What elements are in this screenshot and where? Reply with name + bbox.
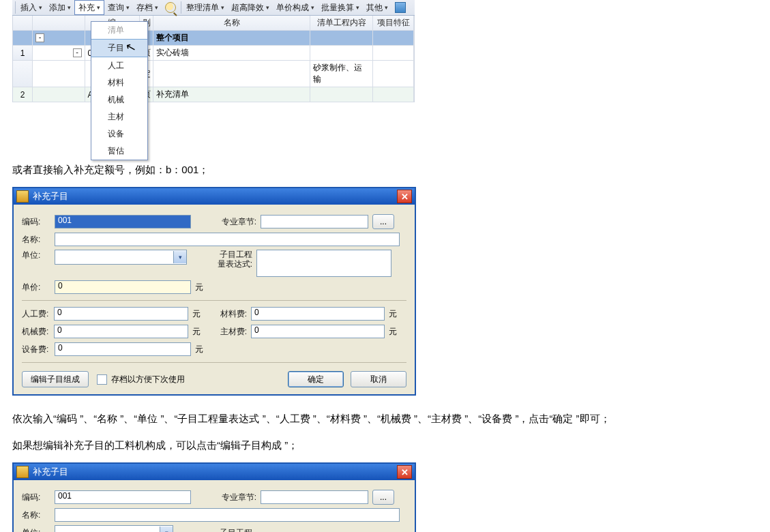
chevron-down-icon: ▾ [356, 4, 359, 11]
tb-tool[interactable] [391, 1, 409, 14]
tb-insert[interactable]: 插入▾ [17, 1, 46, 14]
label-expr: 子目工程量表达式: [214, 250, 256, 269]
col-feature: 项目特征 [373, 16, 414, 30]
separator [22, 300, 406, 301]
input-machine[interactable]: 0 [54, 325, 188, 338]
chevron-down-icon: ▾ [311, 4, 314, 11]
titlebar[interactable]: 补充子目 ✕ [14, 188, 415, 205]
tb-other[interactable]: 其他▾ [363, 1, 391, 14]
titlebar[interactable]: 补充子目 ✕ [14, 464, 415, 480]
dd-item-shebei[interactable]: 设备 [91, 125, 147, 143]
label-code: 编码: [22, 492, 55, 503]
tb-batch[interactable]: 批量换算▾ [318, 1, 363, 14]
chevron-down-icon: ▾ [155, 4, 158, 11]
label-unit: 单位: [22, 250, 55, 261]
ok-button[interactable]: 确定 [288, 371, 344, 387]
form-body: 编码: 001 专业章节: ... 名称: 单位: ▾ 子目工程 [14, 480, 415, 532]
label-material: 材料费: [209, 308, 251, 320]
tb-supplement[interactable]: 补充▾ [74, 0, 104, 15]
input-equip[interactable]: 0 [55, 342, 191, 356]
tb-add[interactable]: 添加▾ [46, 1, 74, 14]
chevron-down-icon: ▾ [221, 4, 224, 11]
supplement-dropdown: 清单 子目 人工 材料 机械 主材 设备 暂估 [91, 21, 148, 160]
chevron-down-icon[interactable]: ▾ [160, 527, 173, 532]
chevron-down-icon: ▾ [97, 4, 100, 11]
tb-archive[interactable]: 存档▾ [133, 1, 162, 14]
label-name: 名称: [22, 234, 55, 246]
table-row[interactable]: 2 AB001 页 补充清单 [13, 87, 414, 102]
paragraph-3: 如果想编辑补充子目的工料机构成，可以点击“编辑子目构成 ”； [12, 436, 758, 454]
tb-organize[interactable]: 整理清单▾ [183, 1, 228, 14]
dd-item-rengong[interactable]: 人工 [91, 57, 147, 74]
form-body: 编码: 001 专业章节: ... 名称: 单位: ▾ 子目工程量表达式: 单价… [14, 205, 415, 394]
chevron-down-icon: ▾ [39, 4, 42, 11]
save-archive-label: 存档以方便下次使用 [111, 374, 185, 385]
input-name[interactable] [55, 508, 400, 522]
dd-item-jixie[interactable]: 机械 [91, 91, 147, 108]
tool-icon [395, 2, 406, 13]
tb-high[interactable]: 超高降效▾ [228, 1, 273, 14]
label-price: 单价: [22, 282, 55, 293]
col-content: 清单工程内容 [310, 16, 373, 30]
input-material[interactable]: 0 [251, 307, 385, 321]
dialog-supplement-item-1: 补充子目 ✕ 编码: 001 专业章节: ... 名称: 单位: ▾ 子目工程量… [12, 187, 416, 396]
table-row[interactable]: - 整个项目 [13, 31, 414, 46]
input-section[interactable] [261, 215, 368, 228]
dd-item-zangu[interactable]: 暂估 [91, 143, 147, 160]
chevron-down-icon[interactable]: ▾ [173, 251, 186, 263]
app-icon [16, 190, 29, 203]
chevron-down-icon: ▾ [68, 4, 71, 11]
input-main[interactable]: 0 [251, 325, 385, 338]
paragraph-2: 依次输入“编码 ”、“名称 ”、“单位 ”、“子目工程量表达式 ”、“人工费 ”… [12, 409, 758, 428]
toolbar-grid-screenshot: 插入▾ 添加▾ 补充▾ 查询▾ 存档▾ 整理清单▾ 超高降效▾ 单价构成▾ 批量… [12, 0, 415, 147]
dialog-supplement-item-2: 补充子目 ✕ 编码: 001 专业章节: ... 名称: 单位: ▾ 子目工程 [12, 462, 416, 532]
close-button[interactable]: ✕ [397, 190, 412, 203]
combo-unit[interactable]: ▾ [55, 525, 173, 532]
save-archive-checkbox[interactable] [97, 374, 107, 385]
data-grid: 编 别 名称 清单工程内容 项目特征 - 整个项目 1 - 01030 页 实心… [12, 16, 415, 102]
chevron-down-icon: ▾ [385, 4, 388, 11]
close-button[interactable]: ✕ [397, 465, 412, 479]
browse-section-button[interactable]: ... [372, 214, 394, 229]
tree-collapse-icon[interactable]: - [35, 33, 44, 42]
dd-item-cailiao[interactable]: 材料 [91, 74, 147, 91]
dialog-title: 补充子目 [33, 466, 68, 478]
cancel-button[interactable]: 取消 [351, 371, 406, 387]
table-row[interactable]: 1 - 01030 页 实心砖墙 [13, 46, 414, 61]
label-main: 主材费: [209, 326, 251, 338]
label-section: 专业章节: [218, 492, 261, 503]
tree-collapse-icon[interactable]: - [73, 48, 82, 57]
tb-query[interactable]: 查询▾ [104, 1, 133, 14]
paragraph-1: 或者直接输入补充定额号，例如：b：001； [12, 160, 758, 179]
dialog-title: 补充子目 [33, 190, 68, 203]
col-name: 名称 [153, 16, 310, 30]
combo-unit[interactable]: ▾ [55, 250, 187, 265]
tb-price[interactable]: 单价构成▾ [273, 1, 318, 14]
table-row[interactable]: 定 砂浆制作、运输 [13, 61, 414, 87]
toolbar: 插入▾ 添加▾ 补充▾ 查询▾ 存档▾ 整理清单▾ 超高降效▾ 单价构成▾ 批量… [12, 0, 415, 16]
tb-find[interactable] [162, 1, 179, 14]
edit-composition-button[interactable]: 编辑子目组成 [22, 371, 89, 387]
label-machine: 机械费: [22, 326, 54, 338]
input-section[interactable] [261, 490, 368, 504]
label-unit: 单位: [22, 527, 55, 533]
label-equip: 设备费: [22, 344, 55, 355]
dd-item-zhucai[interactable]: 主材 [91, 108, 147, 125]
app-icon [16, 466, 29, 478]
dd-item-zimu[interactable]: 子目 [91, 39, 147, 57]
label-name: 名称: [22, 509, 55, 521]
chevron-down-icon: ▾ [266, 4, 269, 11]
input-code[interactable]: 001 [55, 490, 191, 504]
textarea-expr[interactable] [256, 250, 391, 277]
label-section: 专业章节: [218, 216, 261, 228]
dd-item-qingdan: 清单 [91, 22, 147, 39]
input-name[interactable] [55, 233, 400, 246]
separator [22, 362, 406, 363]
browse-section-button[interactable]: ... [372, 490, 394, 505]
grid-header: 编 别 名称 清单工程内容 项目特征 [13, 16, 414, 31]
input-labor[interactable]: 0 [54, 307, 188, 321]
input-code[interactable]: 001 [55, 215, 191, 228]
unit-yuan: 元 [191, 282, 213, 293]
label-code: 编码: [22, 216, 55, 228]
input-price[interactable]: 0 [55, 280, 191, 294]
